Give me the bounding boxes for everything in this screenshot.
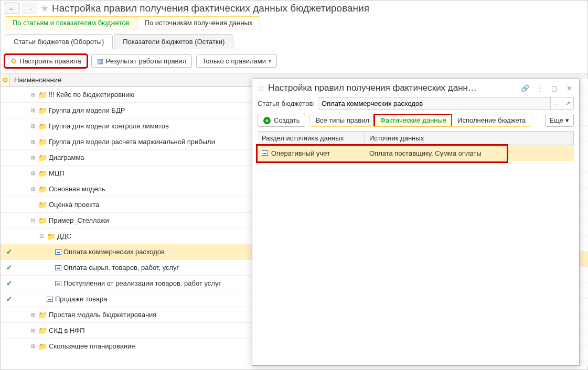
- favorite-star-icon[interactable]: ☆: [256, 82, 265, 94]
- tree-row-label: Пример_Стеллажи: [49, 216, 109, 224]
- item-icon: [55, 265, 61, 270]
- tree-row-label: Группа для модели БДР: [49, 106, 125, 114]
- grid-header: Раздел источника данных Источник данных: [258, 131, 574, 145]
- collapse-icon[interactable]: ⊟: [38, 233, 45, 239]
- tree-row-label: Основная модель: [49, 185, 105, 193]
- grid-cell-source: Оплата поставщику, Сумма оплаты: [365, 149, 574, 157]
- back-button[interactable]: ←: [5, 3, 19, 14]
- sub-tabs: Статьи бюджетов (Обороты) Показатели бюд…: [5, 34, 583, 49]
- gear-icon[interactable]: ⚙: [1, 73, 10, 86]
- tab-indicators[interactable]: Показатели бюджетов (Остатки): [114, 34, 233, 49]
- rules-result-label: Результат работы правил: [106, 57, 187, 65]
- article-input[interactable]: [318, 97, 550, 109]
- tree-row-label: Группа для модели расчета маржинальной п…: [49, 138, 215, 146]
- item-icon: [47, 297, 53, 302]
- check-icon: ✓: [1, 264, 17, 271]
- folder-icon: 📁: [38, 122, 47, 130]
- grid-row[interactable]: Оперативный учет Оплата поставщику, Сумм…: [258, 145, 574, 161]
- close-icon[interactable]: ✕: [563, 82, 575, 94]
- tab-articles[interactable]: Статьи бюджетов (Обороты): [5, 34, 113, 49]
- link-icon[interactable]: 🔗: [519, 82, 531, 94]
- expand-icon[interactable]: ⊞: [30, 170, 36, 176]
- article-field-label: Статья бюджетов:: [258, 100, 315, 107]
- folder-icon: 📁: [38, 138, 47, 146]
- maximize-icon[interactable]: ▢: [549, 82, 560, 94]
- expand-icon[interactable]: ⊞: [30, 312, 36, 318]
- rules-dialog: ☆ Настройка правил получения фактических…: [252, 79, 580, 366]
- folder-icon: 📁: [38, 185, 47, 193]
- favorite-star-icon[interactable]: ★: [40, 3, 49, 14]
- tree-row-label: Оплата коммерческих расходов: [63, 248, 165, 256]
- configure-rules-button[interactable]: ⚙ Настроить правила: [5, 55, 87, 68]
- tab-all-types[interactable]: Все типы правил: [310, 114, 374, 126]
- kebab-icon[interactable]: ⋮: [534, 82, 546, 94]
- create-button[interactable]: + Создать: [258, 114, 305, 127]
- expand-icon[interactable]: ⊞: [30, 186, 36, 192]
- collapse-icon[interactable]: ⊟: [30, 217, 36, 223]
- folder-icon: 📁: [38, 342, 47, 351]
- tree-row-label: СКД в НФП: [49, 327, 85, 334]
- create-label: Создать: [274, 116, 300, 124]
- configure-rules-label: Настроить правила: [19, 57, 81, 65]
- check-icon: ✓: [1, 295, 17, 303]
- folder-icon: 📁: [47, 232, 55, 241]
- item-icon: [55, 249, 61, 255]
- grid-col-source[interactable]: Источник данных: [365, 132, 574, 145]
- tree-row-label: Поступления от реализации товаров, работ…: [63, 279, 221, 287]
- folder-icon: 📁: [38, 91, 47, 99]
- folder-icon: 📁: [38, 201, 47, 209]
- more-label: Еще: [550, 116, 563, 124]
- tab-budget-exec[interactable]: Исполнение бюджета: [452, 114, 531, 126]
- item-icon: [262, 150, 268, 156]
- rule-type-tabs: Все типы правил Фактические данные Испол…: [309, 114, 531, 127]
- tree-row-label: Группа для модели контроля лимитов: [49, 122, 169, 130]
- open-external-icon[interactable]: ↗: [562, 97, 573, 109]
- expand-icon[interactable]: ⊞: [30, 328, 36, 333]
- item-icon: [55, 281, 61, 286]
- right-strip: [579, 79, 588, 366]
- folder-icon: 📁: [38, 311, 47, 319]
- chart-icon: ▦: [97, 57, 103, 65]
- filter-by-articles[interactable]: По статьям и показателям бюджетов: [5, 17, 137, 29]
- folder-icon: 📁: [38, 169, 47, 178]
- more-button[interactable]: Еще ▾: [545, 114, 574, 127]
- forward-button[interactable]: →: [23, 3, 37, 14]
- folder-icon: 📁: [38, 106, 47, 115]
- filter-by-sources[interactable]: По источникам получения данных: [137, 17, 260, 29]
- ellipsis-icon[interactable]: …: [550, 97, 562, 109]
- grid-col-section[interactable]: Раздел источника данных: [258, 132, 365, 145]
- page-title: Настройка правил получения фактических д…: [52, 3, 369, 14]
- check-icon: ✓: [1, 248, 17, 256]
- rules-result-button[interactable]: ▦ Результат работы правил: [91, 55, 193, 68]
- tree-row-label: Оценка проекта: [49, 201, 99, 209]
- tree-row-label: МЦП: [49, 169, 65, 177]
- folder-icon: 📁: [38, 327, 47, 335]
- tree-row-label: ДДС: [57, 232, 71, 240]
- gear-icon: ⚙: [10, 57, 17, 65]
- tree-row-label: Продажи товара: [55, 295, 107, 303]
- tree-row-label: Простая модель бюджетирования: [49, 311, 156, 319]
- chevron-down-icon: ▾: [269, 58, 271, 64]
- only-with-rules-button[interactable]: Только с правилами ▾: [196, 55, 277, 68]
- plus-icon: +: [263, 117, 271, 124]
- expand-icon[interactable]: ⊞: [30, 92, 36, 97]
- chevron-down-icon: ▾: [565, 116, 569, 124]
- tree-row-label: !!! Кейс по бюджетировнию: [49, 91, 134, 99]
- tree-row-label: Оплата сырья, товаров, работ, услуг: [63, 264, 179, 271]
- folder-icon: 📁: [38, 154, 47, 162]
- tree-row-label: Скользящее планирование: [49, 342, 135, 350]
- tree-row-label: Диаграмма: [49, 154, 84, 161]
- tab-actual-data[interactable]: Фактические данные: [375, 114, 452, 126]
- dialog-title: Настройка правил получения фактических д…: [268, 83, 516, 93]
- folder-icon: 📁: [38, 216, 47, 225]
- only-with-rules-label: Только с правилами: [202, 57, 266, 65]
- expand-icon[interactable]: ⊞: [30, 107, 36, 113]
- expand-icon[interactable]: ⊞: [30, 139, 36, 145]
- grid-cell-section: Оперативный учет: [271, 149, 330, 157]
- expand-icon[interactable]: ⊞: [30, 343, 36, 349]
- expand-icon[interactable]: ⊞: [30, 123, 36, 129]
- expand-icon[interactable]: ⊞: [30, 155, 36, 160]
- check-icon: ✓: [1, 279, 17, 287]
- scope-filter: По статьям и показателям бюджетов По ист…: [5, 16, 260, 29]
